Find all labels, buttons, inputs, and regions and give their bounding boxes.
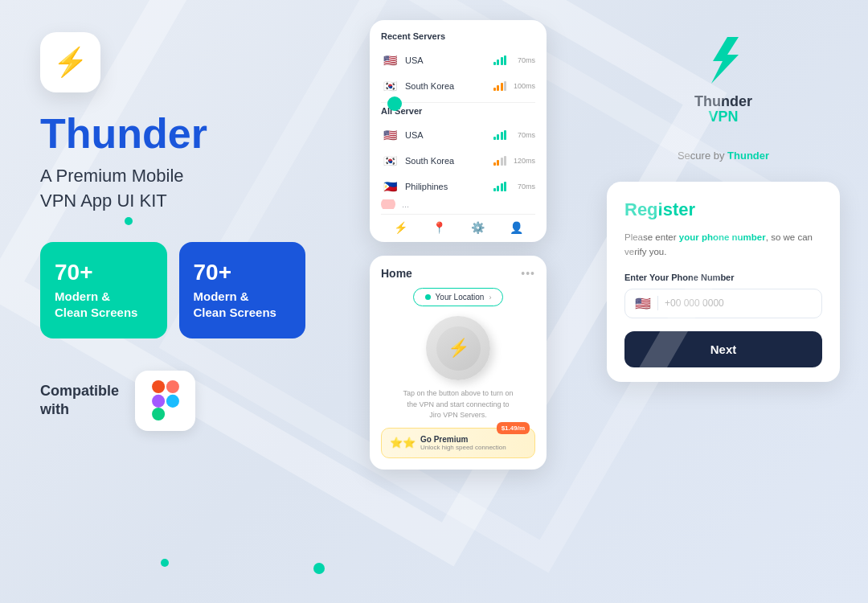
signal-bars [493, 81, 507, 91]
bar [497, 186, 499, 191]
ping: 70ms [513, 56, 535, 64]
bar [504, 81, 506, 91]
server-name: South Korea [405, 156, 487, 166]
home-title: Home [381, 267, 412, 280]
server-list-card: Recent Servers 🇺🇸 USA 70ms 🇰🇷 South Kore… [370, 20, 547, 242]
feature-card-blue: 70+ Modern & Clean Screens [179, 242, 306, 338]
register-title: Register [624, 199, 822, 220]
nav-location-icon[interactable]: 📍 [432, 221, 446, 234]
home-card: Home ••• Your Location › ⚡ Tap on the bu… [370, 256, 547, 470]
lightning-icon: ⚡ [53, 46, 88, 79]
bar [504, 130, 506, 140]
bar [493, 137, 496, 140]
all-servers-label: All Server [381, 106, 535, 116]
svg-rect-0 [152, 380, 165, 393]
ping: 70ms [513, 131, 535, 139]
vpn-inner-circle: ⚡ [436, 326, 481, 371]
compatible-section: Compatible with [40, 371, 305, 431]
bar [501, 183, 503, 191]
divider [381, 102, 535, 103]
location-pill[interactable]: Your Location › [413, 288, 504, 306]
phone-input-row[interactable]: 🇺🇸 +00 000 0000 [624, 289, 822, 318]
feature-text-green: Modern & Clean Screens [55, 289, 153, 320]
decorative-dot-1 [125, 217, 133, 225]
vpn-button-area: ⚡ [381, 316, 535, 380]
home-header: Home ••• [381, 267, 535, 280]
bar [493, 62, 496, 65]
bar [501, 158, 503, 166]
location-arrow: › [489, 293, 491, 302]
phone-number-highlight: your phone number [679, 232, 766, 242]
bar [493, 188, 496, 191]
ping: 120ms [513, 157, 535, 165]
flag-partial [381, 199, 395, 209]
figma-icon [149, 380, 182, 420]
nav-profile-icon[interactable]: 👤 [510, 221, 523, 234]
ping: 70ms [513, 183, 535, 191]
location-text: Your Location [436, 293, 485, 302]
server-name: USA [405, 130, 487, 140]
thunder-vpn-logo: Thunder VPN [694, 36, 752, 125]
premium-stars-icon: ⭐⭐ [390, 437, 416, 449]
server-row-all-korea: 🇰🇷 South Korea 120ms [381, 148, 535, 174]
input-divider [657, 296, 658, 310]
server-row-all-philippines: 🇵🇭 Philiphines 70ms [381, 174, 535, 199]
decorative-dot-4 [161, 559, 169, 567]
bar [501, 83, 503, 91]
server-row-partial: ... [381, 199, 535, 209]
svg-marker-5 [711, 37, 739, 84]
signal-bars [493, 55, 507, 65]
premium-sub: Unlock high speed connection [420, 444, 526, 451]
vpn-toggle-button[interactable]: ⚡ [426, 316, 490, 380]
recent-servers-label: Recent Servers [381, 31, 535, 41]
feature-number-green: 70+ [55, 260, 153, 285]
decorative-dot-2 [313, 563, 325, 574]
bar [501, 132, 503, 140]
location-dot [425, 294, 431, 300]
feature-text-blue: Modern & Clean Screens [194, 289, 292, 320]
bar [504, 55, 506, 65]
bottom-navigation: ⚡ 📍 ⚙️ 👤 [381, 214, 535, 236]
bar [504, 156, 506, 166]
nav-lightning-icon[interactable]: ⚡ [394, 221, 407, 234]
bar [493, 88, 496, 91]
phone-label: Enter Your Phone Number [624, 273, 822, 282]
thunder-name: Thunder [694, 94, 752, 109]
feature-cards: 70+ Modern & Clean Screens 70+ Modern & … [40, 242, 305, 338]
feature-card-green: 70+ Modern & Clean Screens [40, 242, 167, 338]
flag-korea: 🇰🇷 [381, 77, 399, 95]
flag-usa: 🇺🇸 [381, 51, 399, 69]
left-section: ⚡ Thunder A Premium Mobile VPN App UI KI… [0, 0, 338, 603]
bar [497, 160, 499, 166]
bar [497, 134, 499, 140]
flag-korea: 🇰🇷 [381, 152, 399, 170]
svg-rect-3 [152, 408, 165, 420]
flag-usa-input: 🇺🇸 [635, 296, 651, 311]
secure-brand: Thunder [727, 150, 769, 162]
vpn-tap-description: Tap on the button above to turn on the V… [381, 388, 535, 421]
vpn-lightning-icon: ⚡ [448, 338, 469, 359]
bar [493, 162, 496, 166]
signal-bars [493, 130, 507, 140]
server-name: Philiphines [405, 182, 487, 191]
thunder-vpn-icon [702, 36, 746, 84]
premium-banner[interactable]: $1.49/m ⭐⭐ Go Premium Unlock high speed … [381, 428, 535, 458]
decorative-dot-3 [387, 96, 402, 111]
server-name-partial: ... [402, 199, 535, 209]
bar [504, 182, 506, 191]
signal-bars [493, 182, 507, 191]
lightning-svg [703, 37, 743, 84]
register-card: Register Please enter your phone number,… [607, 182, 840, 382]
next-button[interactable]: Next [624, 331, 822, 367]
svg-rect-2 [152, 395, 165, 408]
svg-rect-1 [166, 380, 178, 393]
server-name: USA [405, 55, 487, 65]
nav-settings-icon[interactable]: ⚙️ [471, 221, 485, 234]
bar [497, 85, 499, 91]
middle-section: Recent Servers 🇺🇸 USA 70ms 🇰🇷 South Kore… [338, 0, 579, 603]
flag-usa: 🇺🇸 [381, 126, 399, 144]
vpn-label: VPN [708, 109, 738, 125]
more-menu-icon[interactable]: ••• [521, 267, 535, 280]
server-row-all-usa: 🇺🇸 USA 70ms [381, 122, 535, 148]
figma-icon-box [135, 371, 195, 431]
